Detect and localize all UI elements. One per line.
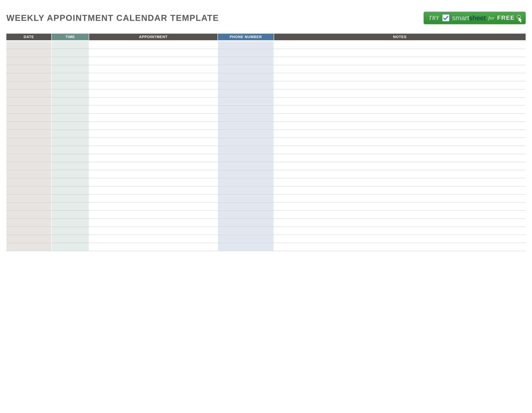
cell-appointment[interactable]	[89, 81, 218, 89]
cell-appointment[interactable]	[89, 97, 218, 105]
cell-date[interactable]	[6, 97, 51, 105]
cell-date[interactable]	[6, 235, 51, 243]
cell-phone[interactable]	[218, 138, 274, 146]
cell-notes[interactable]	[274, 146, 526, 154]
cell-phone[interactable]	[218, 235, 274, 243]
cell-appointment[interactable]	[89, 89, 218, 97]
cell-notes[interactable]	[274, 122, 526, 130]
cell-time[interactable]	[51, 138, 89, 146]
cell-time[interactable]	[51, 41, 89, 49]
cell-appointment[interactable]	[89, 146, 218, 154]
cell-notes[interactable]	[274, 170, 526, 178]
cell-date[interactable]	[6, 49, 51, 57]
cell-appointment[interactable]	[89, 194, 218, 202]
cell-notes[interactable]	[274, 57, 526, 65]
cell-appointment[interactable]	[89, 243, 218, 251]
cell-time[interactable]	[51, 57, 89, 65]
cell-notes[interactable]	[274, 162, 526, 170]
cell-date[interactable]	[6, 227, 51, 235]
cell-time[interactable]	[51, 210, 89, 218]
cell-appointment[interactable]	[89, 49, 218, 57]
cell-phone[interactable]	[218, 194, 274, 202]
cell-time[interactable]	[51, 49, 89, 57]
cell-date[interactable]	[6, 210, 51, 218]
cell-time[interactable]	[51, 146, 89, 154]
cell-time[interactable]	[51, 122, 89, 130]
cell-time[interactable]	[51, 65, 89, 73]
cell-appointment[interactable]	[89, 65, 218, 73]
cell-time[interactable]	[51, 235, 89, 243]
cell-phone[interactable]	[218, 122, 274, 130]
cell-date[interactable]	[6, 243, 51, 251]
cell-time[interactable]	[51, 194, 89, 202]
cell-date[interactable]	[6, 41, 51, 49]
cell-time[interactable]	[51, 202, 89, 210]
cell-notes[interactable]	[274, 130, 526, 138]
cell-date[interactable]	[6, 57, 51, 65]
cell-phone[interactable]	[218, 130, 274, 138]
cell-appointment[interactable]	[89, 138, 218, 146]
cell-notes[interactable]	[274, 210, 526, 218]
cell-notes[interactable]	[274, 105, 526, 113]
cell-date[interactable]	[6, 146, 51, 154]
cell-phone[interactable]	[218, 105, 274, 113]
cell-time[interactable]	[51, 227, 89, 235]
cell-notes[interactable]	[274, 49, 526, 57]
cell-date[interactable]	[6, 130, 51, 138]
cell-date[interactable]	[6, 65, 51, 73]
cell-appointment[interactable]	[89, 122, 218, 130]
cell-notes[interactable]	[274, 194, 526, 202]
cell-appointment[interactable]	[89, 170, 218, 178]
cell-notes[interactable]	[274, 243, 526, 251]
cell-date[interactable]	[6, 178, 51, 186]
cell-time[interactable]	[51, 178, 89, 186]
cell-time[interactable]	[51, 105, 89, 113]
cell-notes[interactable]	[274, 81, 526, 89]
cell-date[interactable]	[6, 162, 51, 170]
cell-notes[interactable]	[274, 227, 526, 235]
cell-phone[interactable]	[218, 97, 274, 105]
cell-appointment[interactable]	[89, 57, 218, 65]
cell-phone[interactable]	[218, 73, 274, 81]
cell-time[interactable]	[51, 97, 89, 105]
cell-notes[interactable]	[274, 138, 526, 146]
cell-appointment[interactable]	[89, 73, 218, 81]
cell-appointment[interactable]	[89, 202, 218, 210]
cell-date[interactable]	[6, 113, 51, 122]
cell-time[interactable]	[51, 186, 89, 194]
cell-phone[interactable]	[218, 202, 274, 210]
cell-notes[interactable]	[274, 154, 526, 162]
cell-date[interactable]	[6, 81, 51, 89]
cell-notes[interactable]	[274, 97, 526, 105]
cell-appointment[interactable]	[89, 130, 218, 138]
cell-date[interactable]	[6, 89, 51, 97]
cell-time[interactable]	[51, 73, 89, 81]
cell-appointment[interactable]	[89, 186, 218, 194]
cell-date[interactable]	[6, 122, 51, 130]
cell-phone[interactable]	[218, 57, 274, 65]
try-smartsheet-button[interactable]: TRY smartsheet for FREE	[424, 12, 526, 24]
cell-notes[interactable]	[274, 186, 526, 194]
cell-notes[interactable]	[274, 41, 526, 49]
cell-notes[interactable]	[274, 218, 526, 227]
cell-phone[interactable]	[218, 81, 274, 89]
cell-appointment[interactable]	[89, 227, 218, 235]
cell-time[interactable]	[51, 130, 89, 138]
cell-date[interactable]	[6, 154, 51, 162]
cell-phone[interactable]	[218, 154, 274, 162]
cell-time[interactable]	[51, 243, 89, 251]
cell-phone[interactable]	[218, 210, 274, 218]
cell-phone[interactable]	[218, 49, 274, 57]
cell-appointment[interactable]	[89, 178, 218, 186]
cell-time[interactable]	[51, 113, 89, 122]
cell-appointment[interactable]	[89, 105, 218, 113]
cell-time[interactable]	[51, 81, 89, 89]
cell-appointment[interactable]	[89, 235, 218, 243]
cell-appointment[interactable]	[89, 154, 218, 162]
cell-date[interactable]	[6, 186, 51, 194]
cell-notes[interactable]	[274, 65, 526, 73]
cell-date[interactable]	[6, 218, 51, 227]
cell-time[interactable]	[51, 162, 89, 170]
cell-time[interactable]	[51, 218, 89, 227]
cell-phone[interactable]	[218, 162, 274, 170]
